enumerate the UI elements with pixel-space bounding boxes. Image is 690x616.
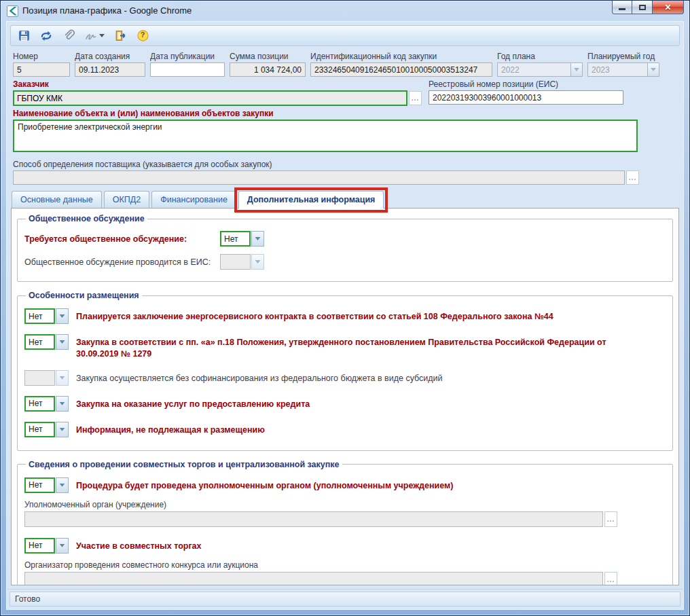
method-lookup-button[interactable]: ...: [626, 170, 639, 185]
method-label: Способ определения поставщика (указывает…: [13, 160, 639, 169]
discussion-eis-label: Общественное обсуждение проводится в ЕИС…: [24, 257, 220, 267]
tab-additional-info-label: Дополнительная информация: [247, 195, 376, 204]
discussion-required-label: Требуется общественное обсуждение:: [24, 234, 220, 244]
window-controls: ✕: [612, 1, 684, 14]
authorized-body-label: Процедура будет проведена уполномоченным…: [76, 477, 453, 492]
object-name-textarea[interactable]: Приобретение электрической энергии: [13, 120, 638, 152]
plan-year-select: 2022: [497, 62, 583, 77]
authorized-body-select[interactable]: Нет: [24, 477, 69, 493]
planned-year-dropdown-icon: [647, 62, 659, 77]
ikz-value: 233246504091624650100100050003513247: [310, 62, 492, 77]
energy-contract-select[interactable]: Нет: [24, 308, 69, 324]
window-client-area: ? Номер 5 Дата создания 09.11.2023 Дата …: [6, 21, 684, 610]
amount-label: Сумма позиции: [230, 52, 306, 61]
tab-bar: Основные данные ОКПД2 Финансирование Доп…: [12, 191, 683, 208]
maximize-button[interactable]: [632, 1, 653, 14]
help-button[interactable]: ?: [134, 28, 151, 44]
discussion-required-value: Нет: [220, 231, 251, 247]
credit-services-label: Закупка на оказание услуг по предоставле…: [76, 396, 310, 410]
help-glyph: ?: [134, 31, 151, 39]
public-discussion-section: Общественное обсуждение Требуется общест…: [17, 214, 673, 282]
header-row-2: Заказчик ГБПОУ КМК ... Реестровый номер …: [13, 77, 677, 106]
non-publishable-dropdown-icon[interactable]: [56, 422, 69, 437]
credit-services-dropdown-icon[interactable]: [56, 396, 69, 412]
tab-main-data[interactable]: Основные данные: [12, 191, 102, 208]
minimize-icon: [619, 8, 625, 10]
authorized-org-lookup-button[interactable]: ...: [604, 511, 617, 527]
additional-info-panel: Общественное обсуждение Требуется общест…: [11, 208, 679, 585]
feature-row-no-cofinancing: Закупка осуществляется без софинансирова…: [24, 370, 666, 386]
planned-year-label: Планируемый год: [587, 52, 659, 61]
placement-features-section: Особенности размещения Нет Планируется з…: [17, 291, 673, 451]
joint-procurement-section: Сведения о проведении совместных торгов …: [17, 460, 673, 585]
attachment-button[interactable]: [60, 28, 77, 44]
exit-button[interactable]: [112, 28, 128, 44]
header-form: Номер 5 Дата создания 09.11.2023 Дата пу…: [7, 48, 683, 185]
publish-date-label: Дата публикации: [150, 52, 225, 61]
discussion-required-dropdown-icon[interactable]: [251, 231, 264, 247]
title-bar: Позиция плана-графика - Google Chrome ✕: [1, 1, 689, 21]
field-object-name: Наименование объекта и (или) наименовани…: [13, 109, 638, 155]
decree-1279-dropdown-icon[interactable]: [56, 334, 69, 350]
toolbar: ?: [10, 25, 680, 46]
field-method: Способ определения поставщика (указывает…: [13, 160, 639, 185]
joint-participation-value: Нет: [24, 538, 55, 554]
discussion-eis-dropdown-icon: [251, 254, 264, 270]
energy-contract-value: Нет: [24, 308, 55, 324]
sign-button[interactable]: [83, 28, 106, 44]
field-ikz: Идентификационный код закупки 2332465040…: [310, 49, 492, 77]
exit-door-icon: [114, 29, 127, 42]
tab-okpd2[interactable]: ОКПД2: [104, 191, 149, 208]
number-value: 5: [13, 62, 70, 77]
tab-financing[interactable]: Финансирование: [151, 191, 236, 208]
placement-features-legend: Особенности размещения: [26, 291, 142, 300]
joint-participation-select[interactable]: Нет: [24, 538, 69, 554]
discussion-eis-row: Общественное обсуждение проводится в ЕИС…: [24, 254, 666, 270]
credit-services-select[interactable]: Нет: [24, 396, 69, 412]
organizer-value: [24, 572, 603, 585]
authorized-body-dropdown-icon[interactable]: [56, 477, 69, 493]
energy-contract-dropdown-icon[interactable]: [56, 308, 69, 324]
field-customer: Заказчик ГБПОУ КМК ...: [13, 77, 422, 106]
window-title: Позиция плана-графика - Google Chrome: [22, 5, 608, 17]
publish-date-field: [150, 62, 225, 77]
customer-lookup-button[interactable]: ...: [409, 91, 422, 105]
organizer-label: Организатор проведения совместного конку…: [24, 560, 666, 570]
save-icon: [18, 29, 31, 42]
decree-1279-label: Закупка в соответствии с пп. «а» п.18 По…: [76, 334, 633, 360]
field-plan-year: Год плана 2022: [497, 49, 583, 77]
authorized-org-value: [24, 511, 603, 527]
refresh-button[interactable]: [38, 28, 54, 44]
discussion-eis-value: [220, 254, 251, 270]
discussion-required-select[interactable]: Нет: [220, 231, 264, 247]
authorized-org-row: ...: [24, 511, 666, 527]
refresh-icon: [39, 29, 53, 43]
decree-1279-select[interactable]: Нет: [24, 334, 69, 350]
organizer-lookup-button[interactable]: ...: [604, 572, 617, 585]
object-name-label: Наименование объекта и (или) наименовани…: [13, 109, 638, 118]
maximize-icon: [639, 5, 646, 10]
field-number: Номер 5: [13, 49, 70, 77]
publish-date-input[interactable]: [151, 62, 225, 77]
authorized-org-label: Уполномоченный орган (учреждение): [24, 500, 666, 509]
registry-number-input[interactable]: [429, 90, 623, 105]
joint-participation-dropdown-icon[interactable]: [56, 538, 69, 554]
paperclip-icon: [62, 29, 75, 42]
energy-contract-label: Планируется заключение энергосервисного …: [76, 308, 553, 323]
number-label: Номер: [13, 52, 70, 61]
tab-additional-info[interactable]: Дополнительная информация: [238, 191, 384, 209]
no-cofinancing-dropdown-icon: [56, 370, 69, 386]
non-publishable-select[interactable]: Нет: [24, 422, 69, 437]
app-window: Позиция плана-графика - Google Chrome ✕: [0, 0, 690, 616]
minimize-button[interactable]: [612, 1, 632, 14]
public-discussion-legend: Общественное обсуждение: [26, 214, 147, 223]
feature-row-non-publishable: Нет Информация, не подлежащая к размещен…: [24, 422, 666, 437]
signature-icon: [85, 30, 97, 42]
credit-services-value: Нет: [24, 396, 55, 412]
amount-value: 1 034 724,00: [230, 62, 306, 77]
field-registry-number: Реестровый номер позиции (ЕИС): [429, 77, 623, 106]
created-date-label: Дата создания: [75, 52, 145, 61]
authorized-body-row: Нет Процедура будет проведена уполномоче…: [24, 477, 666, 493]
save-button[interactable]: [16, 28, 32, 44]
close-button[interactable]: ✕: [653, 1, 684, 14]
